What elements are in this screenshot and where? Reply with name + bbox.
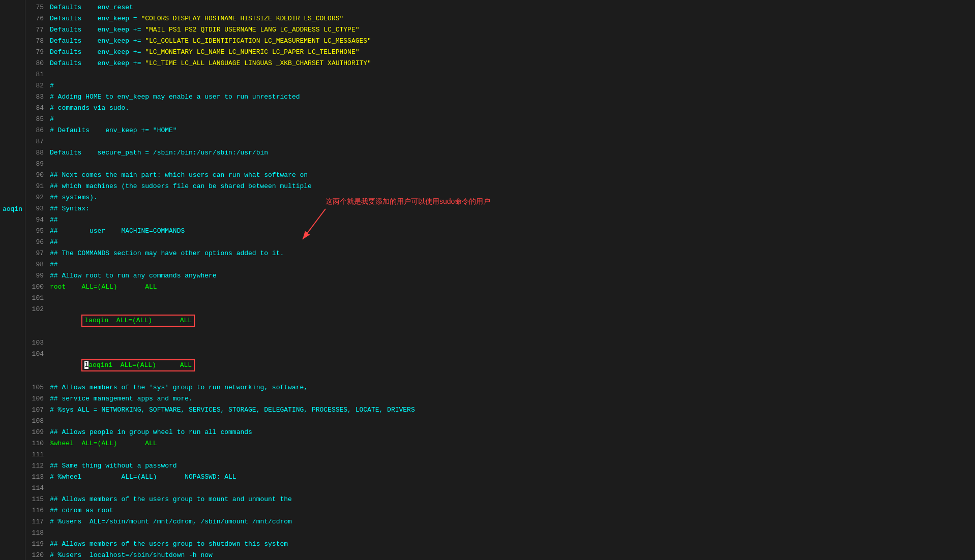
code-line: 106 ## service management apps and more. — [25, 393, 975, 405]
code-line: 92 ## systems). — [25, 192, 975, 203]
code-line: 85 # — [25, 114, 975, 125]
code-line: 108 — [25, 416, 975, 427]
code-line: 88 Defaults secure_path = /sbin:/bin:/us… — [25, 147, 975, 159]
code-line: 90 ## Next comes the main part: which us… — [25, 170, 975, 181]
code-line: 75 Defaults env_reset — [25, 2, 975, 13]
code-line: 110 %wheel ALL=(ALL) ALL — [25, 438, 975, 449]
editor-container: aoqin 75 Defaults env_reset 76 Defaults … — [0, 0, 975, 560]
code-line: 94 ## — [25, 214, 975, 226]
code-line: 79 Defaults env_keep += "LC_MONETARY LC_… — [25, 47, 975, 58]
code-line: 119 ## Allows members of the users group… — [25, 539, 975, 550]
code-line: 113 # %wheel ALL=(ALL) NOPASSWD: ALL — [25, 472, 975, 483]
code-line: 81 — [25, 69, 975, 80]
code-line: 115 ## Allows members of the users group… — [25, 494, 975, 505]
code-line: 82 # — [25, 80, 975, 91]
code-line: 99 ## Allow root to run any commands any… — [25, 270, 975, 282]
main-content: 75 Defaults env_reset 76 Defaults env_ke… — [25, 0, 975, 560]
code-line: 93 ## Syntax: — [25, 203, 975, 214]
code-line: 118 — [25, 527, 975, 539]
code-line: 91 ## which machines (the sudoers file c… — [25, 181, 975, 192]
code-line: 97 ## The COMMANDS section may have othe… — [25, 248, 975, 259]
code-line: 83 # Adding HOME to env_keep may enable … — [25, 91, 975, 103]
code-line: 100 root ALL=(ALL) ALL — [25, 282, 975, 293]
code-line: 76 Defaults env_keep = "COLORS DISPLAY H… — [25, 13, 975, 24]
code-line: 89 — [25, 159, 975, 170]
code-line: 105 ## Allows members of the 'sys' group… — [25, 382, 975, 393]
code-line: 116 ## cdrom as root — [25, 505, 975, 516]
code-line: 117 # %users ALL=/sbin/mount /mnt/cdrom,… — [25, 516, 975, 527]
sidebar-label: aoqin — [3, 205, 22, 213]
code-line: 111 — [25, 449, 975, 460]
code-line: 112 ## Same thing without a password — [25, 460, 975, 472]
code-line: 114 — [25, 483, 975, 494]
code-line: 77 Defaults env_keep += "MAIL PS1 PS2 QT… — [25, 24, 975, 36]
code-line-102: 102 laoqin ALL=(ALL) ALL — [25, 304, 975, 337]
code-line: 95 ## user MACHINE=COMMANDS — [25, 226, 975, 237]
code-line: 78 Defaults env_keep += "LC_COLLATE LC_I… — [25, 36, 975, 47]
code-line: 84 # commands via sudo. — [25, 103, 975, 114]
code-line: 86 # Defaults env_keep += "HOME" — [25, 125, 975, 136]
code-line: 107 # %sys ALL = NETWORKING, SOFTWARE, S… — [25, 405, 975, 416]
code-line: 87 — [25, 136, 975, 147]
code-line: 80 Defaults env_keep += "LC_TIME LC_ALL … — [25, 58, 975, 69]
code-line: 109 ## Allows people in group wheel to r… — [25, 427, 975, 438]
code-line-104: 104 laoqin1 ALL=(ALL) ALL — [25, 349, 975, 382]
code-line: 101 — [25, 293, 975, 304]
code-line: 120 # %users localhost=/sbin/shutdown -h… — [25, 550, 975, 560]
code-line: 98 ## — [25, 259, 975, 270]
sidebar: aoqin — [0, 0, 25, 560]
code-line: 96 ## — [25, 237, 975, 248]
code-line: 103 — [25, 337, 975, 349]
